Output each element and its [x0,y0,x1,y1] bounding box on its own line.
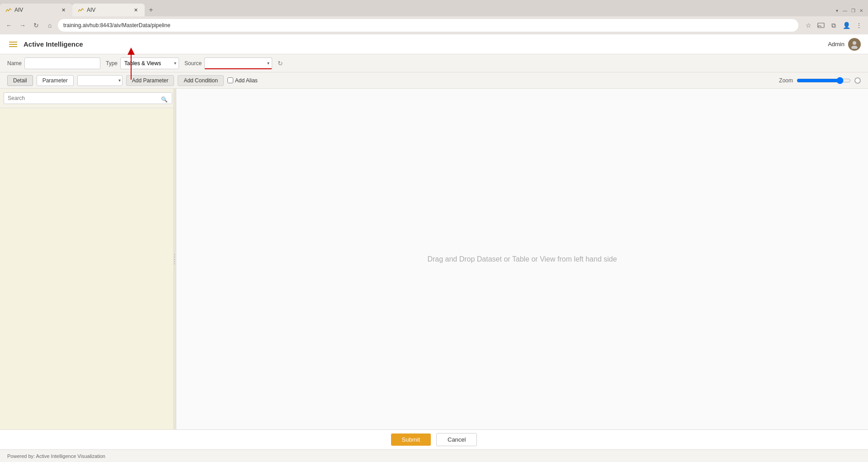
avatar [848,38,861,51]
add-alias-label[interactable]: Add Alias [227,77,258,84]
svg-rect-0 [818,23,824,28]
detail-tab[interactable]: Detail [7,75,33,86]
canvas-placeholder-text: Drag and Drop Dataset or Table or View f… [427,255,617,263]
close-button[interactable]: ✕ [858,7,864,14]
parameter-tab[interactable]: Parameter [37,75,74,86]
zoom-slider[interactable] [797,77,851,84]
left-panel-content [0,108,176,429]
cast-icon[interactable] [816,20,826,31]
tab-aiv-2[interactable]: AIV ✕ [72,4,145,16]
search-input[interactable] [4,92,172,104]
tab-aiv-1[interactable]: AIV ✕ [0,4,72,16]
window-tab-dropdown[interactable]: ▾ [834,7,840,14]
admin-label: Admin [828,41,844,48]
app-title: Active Intelligence [24,40,83,48]
tab-icon-1 [5,7,12,13]
tab-close-1[interactable]: ✕ [60,6,67,14]
add-alias-checkbox[interactable] [227,77,233,83]
zoom-indicator [854,77,861,84]
name-input[interactable] [24,57,100,69]
refresh-button[interactable]: ↻ [31,20,42,31]
tab-close-2[interactable]: ✕ [132,6,139,14]
cancel-button[interactable]: Cancel [436,433,477,446]
submit-button[interactable]: Submit [391,433,431,446]
home-button[interactable]: ⌂ [44,20,55,31]
new-tab-button[interactable]: + [145,4,157,16]
canvas-area: Drag and Drop Dataset or Table or View f… [176,89,868,429]
address-bar[interactable] [58,19,798,32]
source-select[interactable] [204,57,272,69]
svg-point-2 [851,46,858,49]
minimize-button[interactable]: — [842,7,848,14]
extensions-icon[interactable]: ⧉ [828,20,839,31]
resize-handle[interactable] [173,89,176,429]
footer-text: Powered by: Active Intelligence Visualiz… [7,453,105,459]
forward-button[interactable]: → [17,20,28,31]
tab-label-1: AIV [14,7,23,13]
search-icon: 🔍 [161,96,168,103]
profile-icon[interactable]: 👤 [841,20,852,31]
menu-dots-icon[interactable]: ⋮ [854,20,864,31]
zoom-label: Zoom [779,77,793,84]
type-select[interactable]: Tables & Views Dataset View [120,57,179,69]
refresh-icon[interactable]: ↻ [278,60,283,67]
type-label: Type [106,60,118,67]
maximize-button[interactable]: ❐ [850,7,856,14]
tab-icon-2 [78,7,84,13]
back-button[interactable]: ← [4,20,14,31]
add-parameter-button[interactable]: Add Parameter [126,75,175,86]
name-label: Name [7,60,22,67]
svg-point-1 [853,41,856,45]
hamburger-menu[interactable] [7,40,19,49]
tab-label-2: AIV [87,7,95,13]
source-label: Source [184,60,202,67]
add-condition-button[interactable]: Add Condition [178,75,223,86]
bookmark-star-icon[interactable]: ☆ [803,20,814,31]
parameter-select[interactable] [77,75,123,86]
